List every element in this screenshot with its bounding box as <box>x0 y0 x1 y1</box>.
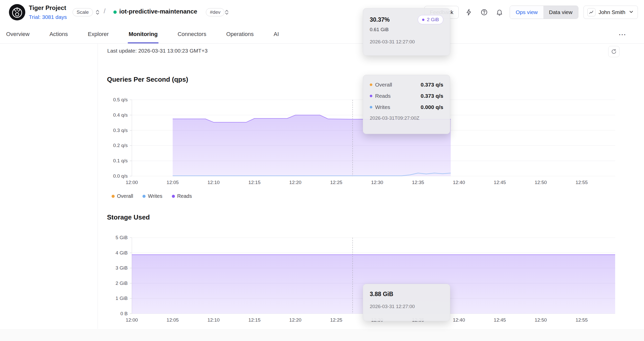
memory-badge-label: 2 GiB <box>427 17 439 22</box>
x-tick-label: 12:25 <box>330 180 342 185</box>
environment-badge: #dev <box>206 8 224 16</box>
data-view-toggle[interactable]: Data view <box>543 6 578 19</box>
y-tick-label: 0.1 q/s <box>113 158 128 164</box>
x-tick-label: 12:55 <box>576 180 588 185</box>
overall-legend-dot <box>112 195 115 198</box>
writes-legend-dot <box>142 195 146 198</box>
legend-item-writes[interactable]: Writes <box>142 193 162 199</box>
breadcrumb-separator: / <box>104 7 105 15</box>
x-tick-label: 12:50 <box>535 317 547 323</box>
storage-tooltip: 3.88 GiB 2026-03-31 12:27:00 <box>363 284 450 321</box>
legend-label: Reads <box>177 193 192 199</box>
memory-percent-value: 30.37% <box>370 16 390 23</box>
notifications-bell-icon[interactable] <box>494 7 505 17</box>
storage-chart-title: Storage Used <box>107 213 150 221</box>
trial-days-link[interactable]: Trial: 3081 days <box>29 14 67 20</box>
x-tick-label: 12:45 <box>494 317 506 323</box>
plan-badge: Scale <box>73 8 93 16</box>
ops-view-toggle[interactable]: Ops view <box>510 6 543 19</box>
x-tick-label: 12:20 <box>289 317 302 323</box>
view-toggle: Ops view Data view <box>510 6 578 19</box>
project-name: Tiger Project <box>29 4 66 11</box>
lightning-icon[interactable] <box>464 7 474 17</box>
refresh-button[interactable] <box>608 46 619 57</box>
tab-monitoring[interactable]: Monitoring <box>129 25 158 43</box>
y-tick-label: 0.3 q/s <box>113 128 128 133</box>
qps-tooltip-row-overall: Overall 0.373 q/s <box>370 82 443 88</box>
qps-tooltip-row-reads: Reads 0.373 q/s <box>370 93 443 99</box>
tab-operations[interactable]: Operations <box>226 25 254 43</box>
header-actions: Feedback Ops view Data view John Smith <box>424 6 638 19</box>
x-tick-label: 12:05 <box>166 317 179 323</box>
storage-tooltip-time: 2026-03-31 12:27:00 <box>370 304 443 309</box>
qps-chart-title: Queries Per Second (qps) <box>107 76 188 83</box>
memory-used-value: 0.61 GiB <box>370 27 443 32</box>
y-tick-label: 0.0 q/s <box>113 173 128 179</box>
service-status-dot <box>113 10 117 14</box>
memory-limit-badge: 2 GiB <box>418 15 443 24</box>
y-tick-label: 0.2 q/s <box>113 143 128 148</box>
app-header: Tiger Project Trial: 3081 days Scale / i… <box>0 0 644 25</box>
service-switcher-icon[interactable] <box>224 9 230 15</box>
x-tick-label: 12:50 <box>535 180 547 185</box>
chevron-down-icon <box>628 9 634 16</box>
qps-legend: Overall Writes Reads <box>112 193 192 199</box>
legend-label: Overall <box>117 193 133 199</box>
last-update-text: Last update: 2026-03-31 13:00:23 GMT+3 <box>107 48 208 54</box>
tab-ai[interactable]: AI <box>274 25 279 43</box>
x-tick-label: 12:00 <box>126 317 138 323</box>
reads-legend-dot <box>172 195 175 198</box>
writes-dot <box>370 106 372 108</box>
x-tick-label: 12:35 <box>412 180 424 185</box>
reads-dot <box>370 95 372 97</box>
tab-connectors[interactable]: Connectors <box>177 25 206 43</box>
row-label: Overall <box>375 82 392 88</box>
y-tick-label: 3 GiB <box>115 265 128 271</box>
storage-tooltip-value: 3.88 GiB <box>370 291 443 298</box>
line-chart-icon <box>587 8 595 16</box>
help-icon[interactable] <box>479 7 489 17</box>
project-switcher-icon[interactable] <box>94 9 101 15</box>
x-tick-label: 12:00 <box>126 180 138 185</box>
tiger-logo-icon[interactable] <box>9 4 25 20</box>
x-tick-label: 12:25 <box>330 317 342 323</box>
page-background-strip <box>0 329 644 341</box>
qps-tooltip-time: 2026-03-31T09:27:00Z <box>370 115 443 121</box>
x-tick-label: 12:05 <box>166 180 179 185</box>
y-tick-label: 1 GiB <box>115 296 128 301</box>
y-tick-label: 0.4 q/s <box>113 112 128 118</box>
tab-explorer[interactable]: Explorer <box>88 25 109 43</box>
y-tick-label: 0 B <box>120 311 128 316</box>
sidebar-divider <box>98 44 98 329</box>
x-tick-label: 12:20 <box>289 180 302 185</box>
x-tick-label: 12:55 <box>576 317 588 323</box>
x-tick-label: 12:10 <box>208 317 220 323</box>
tabs-overflow-button[interactable]: ⋯ <box>618 25 626 44</box>
x-tick-label: 12:45 <box>494 180 506 185</box>
x-tick-label: 12:15 <box>248 317 261 323</box>
legend-item-overall[interactable]: Overall <box>112 193 133 199</box>
x-tick-label: 12:40 <box>453 317 465 323</box>
legend-item-reads[interactable]: Reads <box>172 193 192 199</box>
tab-actions[interactable]: Actions <box>50 25 68 43</box>
memory-tooltip: 30.37% 2 GiB 0.61 GiB 2026-03-31 12:27:0… <box>363 8 450 56</box>
memory-badge-dot <box>422 19 424 21</box>
y-tick-label: 0.5 q/s <box>113 97 128 103</box>
memory-tooltip-time: 2026-03-31 12:27:00 <box>370 39 443 45</box>
qps-tooltip: Overall 0.373 q/s Reads 0.373 q/s Writes… <box>363 75 450 134</box>
user-menu[interactable]: John Smith <box>583 6 638 19</box>
row-value: 0.000 q/s <box>421 104 443 110</box>
legend-label: Writes <box>148 193 162 199</box>
row-label: Reads <box>375 93 391 99</box>
y-tick-label: 4 GiB <box>115 250 128 256</box>
service-name: iot-predictive-maintenance <box>119 8 197 15</box>
primary-tabs: Overview Actions Explorer Monitoring Con… <box>0 25 644 44</box>
qps-tooltip-row-writes: Writes 0.000 q/s <box>370 104 443 110</box>
y-tick-label: 2 GiB <box>115 281 128 286</box>
row-label: Writes <box>375 104 390 110</box>
y-tick-label: 5 GiB <box>115 235 128 240</box>
x-tick-label: 12:40 <box>453 180 465 185</box>
user-name: John Smith <box>599 9 625 15</box>
tab-overview[interactable]: Overview <box>6 25 30 43</box>
x-tick-label: 12:10 <box>208 180 220 185</box>
